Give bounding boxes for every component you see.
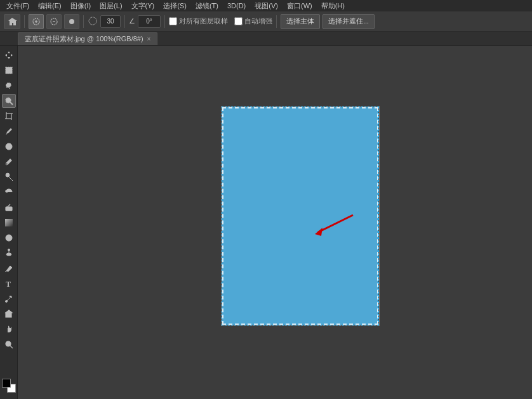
menu-window[interactable]: 窗口(W) bbox=[283, 1, 316, 11]
svg-point-23 bbox=[6, 253, 11, 256]
menu-help[interactable]: 帮助(H) bbox=[317, 1, 349, 11]
path-select-icon[interactable] bbox=[2, 292, 16, 306]
svg-rect-30 bbox=[6, 313, 11, 317]
svg-point-17 bbox=[6, 163, 8, 165]
angle-input[interactable] bbox=[138, 15, 161, 28]
svg-marker-31 bbox=[6, 310, 12, 313]
hand-tool-icon[interactable] bbox=[2, 322, 16, 336]
eraser-tool-icon[interactable] bbox=[2, 200, 16, 214]
dodge-tool-icon[interactable] bbox=[2, 246, 16, 260]
separator-5 bbox=[276, 15, 277, 28]
quick-select-subtract-btn[interactable] bbox=[46, 14, 62, 29]
auto-enhance-text: 自动增强 bbox=[244, 16, 272, 26]
svg-point-5 bbox=[69, 19, 74, 24]
eyedropper-tool-icon[interactable] bbox=[2, 124, 16, 138]
history-brush-icon[interactable] bbox=[2, 185, 16, 199]
menu-edit[interactable]: 编辑(E) bbox=[34, 1, 65, 11]
blur-tool-icon[interactable] bbox=[2, 231, 16, 245]
brush-tool-btn[interactable] bbox=[64, 14, 79, 29]
photo-background bbox=[222, 107, 378, 325]
tab-label: 蓝底证件照素材.jpg @ 100%(RGB/8#) bbox=[25, 34, 143, 44]
svg-point-29 bbox=[5, 301, 7, 303]
menu-view[interactable]: 视图(V) bbox=[251, 1, 282, 11]
svg-marker-7 bbox=[5, 51, 13, 59]
home-button[interactable] bbox=[4, 14, 20, 29]
main-area: T bbox=[0, 46, 532, 399]
svg-point-22 bbox=[8, 237, 10, 239]
menu-select[interactable]: 选择(S) bbox=[159, 1, 190, 11]
lasso-tool-icon[interactable] bbox=[2, 79, 16, 93]
document-tab[interactable]: 蓝底证件照素材.jpg @ 100%(RGB/8#) × bbox=[18, 32, 157, 45]
brush-tool-icon[interactable] bbox=[2, 155, 16, 169]
heal-tool-icon[interactable] bbox=[2, 140, 16, 154]
type-tool-icon[interactable]: T bbox=[2, 277, 16, 291]
auto-enhance-checkbox-label[interactable]: 自动增强 bbox=[234, 16, 272, 26]
quick-select-tool-icon[interactable] bbox=[2, 94, 16, 108]
separator-1 bbox=[24, 15, 25, 28]
svg-rect-19 bbox=[6, 207, 12, 211]
zoom-tool-icon[interactable] bbox=[2, 337, 16, 351]
gradient-tool-icon[interactable] bbox=[2, 216, 16, 230]
brush-size-input[interactable] bbox=[100, 15, 121, 28]
options-toolbar: ∠ 对所有图层取样 自动增强 选择主体 选择并遮住... bbox=[0, 11, 532, 32]
photo-canvas bbox=[222, 107, 379, 325]
menu-3d[interactable]: 3D(D) bbox=[223, 1, 249, 10]
toolbox: T bbox=[0, 46, 18, 399]
color-swatch-pair[interactable] bbox=[2, 379, 16, 393]
svg-text:T: T bbox=[6, 280, 11, 288]
menu-bar: 文件(F) 编辑(E) 图像(I) 图层(L) 文字(Y) 选择(S) 滤镜(T… bbox=[0, 0, 532, 11]
angle-label: ∠ bbox=[129, 17, 135, 25]
select-subject-button[interactable]: 选择主体 bbox=[281, 14, 320, 29]
svg-point-6 bbox=[89, 17, 96, 25]
all-layers-checkbox-label[interactable]: 对所有图层取样 bbox=[169, 16, 228, 26]
separator-3 bbox=[124, 15, 125, 28]
auto-enhance-checkbox[interactable] bbox=[234, 17, 243, 25]
all-layers-text: 对所有图层取样 bbox=[179, 16, 228, 26]
tab-bar: 蓝底证件照素材.jpg @ 100%(RGB/8#) × bbox=[0, 32, 532, 46]
menu-type[interactable]: 文字(Y) bbox=[128, 1, 159, 11]
svg-rect-20 bbox=[5, 219, 13, 226]
foreground-color-swatch[interactable] bbox=[2, 379, 11, 388]
menu-filter[interactable]: 滤镜(T) bbox=[192, 1, 222, 11]
separator-2 bbox=[83, 15, 84, 28]
svg-rect-15 bbox=[6, 134, 7, 135]
svg-point-25 bbox=[8, 249, 10, 251]
pen-tool-icon[interactable] bbox=[2, 261, 16, 275]
clone-stamp-icon[interactable] bbox=[2, 170, 16, 184]
quick-select-add-btn[interactable] bbox=[29, 14, 44, 29]
menu-layer[interactable]: 图层(L) bbox=[96, 1, 126, 11]
svg-rect-8 bbox=[6, 67, 12, 74]
svg-line-33 bbox=[10, 346, 13, 348]
rectangle-select-icon[interactable] bbox=[2, 63, 16, 77]
svg-line-26 bbox=[5, 271, 6, 272]
svg-point-18 bbox=[6, 173, 10, 177]
select-and-mask-button[interactable]: 选择并遮住... bbox=[323, 14, 375, 29]
separator-4 bbox=[164, 15, 165, 28]
shape-tool-icon[interactable] bbox=[2, 307, 16, 321]
svg-point-9 bbox=[6, 98, 11, 103]
crop-tool-icon[interactable] bbox=[2, 109, 16, 123]
tab-close-button[interactable]: × bbox=[147, 36, 151, 43]
brush-size-label bbox=[88, 16, 98, 27]
all-layers-checkbox[interactable] bbox=[169, 17, 177, 25]
svg-line-10 bbox=[10, 102, 13, 105]
canvas-area[interactable] bbox=[18, 46, 532, 399]
menu-image[interactable]: 图像(I) bbox=[67, 1, 95, 11]
move-tool-icon[interactable] bbox=[2, 48, 16, 62]
menu-file[interactable]: 文件(F) bbox=[3, 1, 33, 11]
color-swatches bbox=[2, 379, 16, 396]
